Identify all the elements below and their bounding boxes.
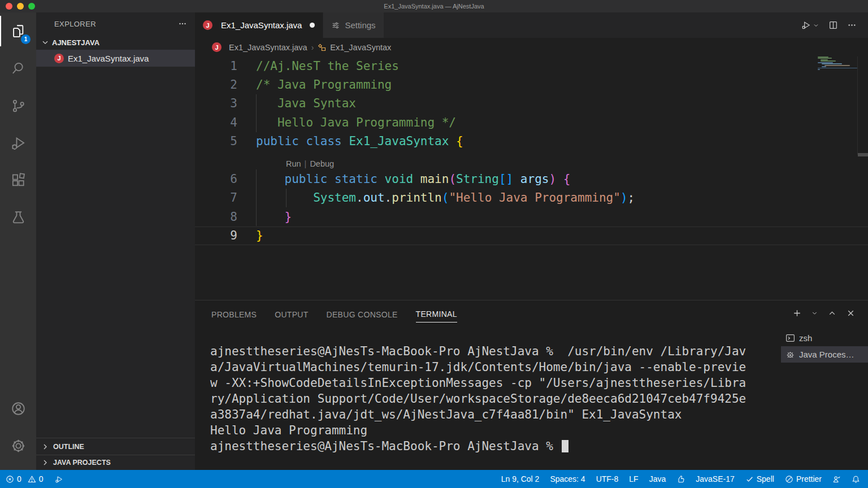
status-item-spaces-4[interactable]: Spaces: 4 xyxy=(550,474,585,483)
code-text: Java Syntax xyxy=(237,97,356,110)
tabs: JEx1_JavaSyntax.javaSettings xyxy=(195,12,384,38)
code-text: /* Java Programming xyxy=(237,78,392,91)
sidebar-item-explorer[interactable]: 1 xyxy=(0,12,36,50)
debug-status[interactable] xyxy=(55,475,63,483)
chevron-right-icon xyxy=(41,442,50,451)
status-item-feedback[interactable] xyxy=(832,475,841,483)
codelens: Run|Debug xyxy=(195,151,868,169)
breadcrumb-label: Ex1_JavaSyntax.java xyxy=(229,43,307,52)
indent-guide xyxy=(286,189,287,207)
panel-tab-debug-console[interactable]: DEBUG CONSOLE xyxy=(327,307,398,323)
settings-button[interactable] xyxy=(0,427,36,464)
code-line-3[interactable]: 3 Java Syntax xyxy=(195,94,868,113)
terminal-dropdown-icon[interactable] xyxy=(811,310,818,317)
code-line-5[interactable]: 5public class Ex1_JavaSyntax { xyxy=(195,132,868,151)
terminal-instance-label: Java Proces… xyxy=(799,350,854,359)
sidebar-item-search[interactable] xyxy=(0,50,36,87)
code-line-4[interactable]: 4 Hello Java Programming */ xyxy=(195,113,868,132)
code-line-2[interactable]: 2/* Java Programming xyxy=(195,75,868,94)
sidebar-item-extensions[interactable] xyxy=(0,162,36,199)
status-right: Ln 9, Col 2Spaces: 4UTF-8LFJavaJavaSE-17… xyxy=(501,474,868,483)
error-count: 0 xyxy=(17,474,21,483)
status-item-prettier[interactable]: Prettier xyxy=(785,474,822,483)
terminal-line: ajnesttheseries@AjNesTs-MacBook-Pro AjNe… xyxy=(210,343,780,359)
terminal-instance-zsh[interactable]: zsh xyxy=(781,330,868,346)
status-item-javase-17[interactable]: JavaSE-17 xyxy=(696,474,734,483)
status-bar: 0 0 Ln 9, Col 2Spaces: 4UTF-8LFJavaJavaS… xyxy=(0,470,868,488)
chevron-down-icon xyxy=(813,22,819,29)
section-java-projects[interactable]: JAVA PROJECTS xyxy=(36,455,195,470)
section-outline[interactable]: OUTLINE xyxy=(36,438,195,455)
explorer-more-actions[interactable] xyxy=(178,19,187,28)
maximize-panel-icon[interactable] xyxy=(827,308,837,318)
sidebar-item-testing[interactable] xyxy=(0,199,36,236)
breadcrumb-label: Ex1_JavaSyntax xyxy=(330,43,391,52)
scrollbar-track xyxy=(857,56,858,155)
problems-status[interactable]: 0 0 xyxy=(6,474,44,483)
terminal-line: w -XX:+ShowCodeDetailsInExceptionMessage… xyxy=(210,375,780,391)
terminal-output[interactable]: ajnesttheseries@AjNesTs-MacBook-Pro AjNe… xyxy=(210,328,780,470)
run-debug-icon xyxy=(10,135,27,151)
breadcrumb-item[interactable]: JEx1_JavaSyntax.java xyxy=(212,42,307,52)
terminal-instance-java-proces-[interactable]: Java Proces… xyxy=(781,346,868,363)
indent-guide xyxy=(256,94,257,132)
code-line-1[interactable]: 1//Aj.NesT the Series xyxy=(195,56,868,75)
class-symbol-icon xyxy=(318,43,327,52)
java-file-icon: J xyxy=(203,20,212,30)
tab-settings[interactable]: Settings xyxy=(323,12,383,38)
settings-sliders-icon xyxy=(331,21,340,30)
codelens-separator: | xyxy=(305,159,307,168)
status-item-lf[interactable]: LF xyxy=(629,474,638,483)
status-item-thumbsup[interactable] xyxy=(676,475,685,483)
code-line-7[interactable]: 7 System.out.println("Hello Java Program… xyxy=(195,189,868,207)
status-item-spell[interactable]: Spell xyxy=(745,474,774,483)
activity-bar-bottom xyxy=(0,390,36,470)
status-item-label: Ln 9, Col 2 xyxy=(501,474,540,483)
line-number: 7 xyxy=(195,191,237,204)
codelens-run-link[interactable]: Run xyxy=(286,159,301,168)
code-line-8[interactable]: 8 } xyxy=(195,207,868,226)
file-item-java[interactable]: J Ex1_JavaSyntax.java xyxy=(36,50,195,67)
code-editor[interactable]: 1//Aj.NesT the Series2/* Java Programmin… xyxy=(195,56,868,300)
status-item-label: Spaces: 4 xyxy=(550,474,585,483)
breadcrumb-separator: › xyxy=(311,43,314,52)
more-actions-icon[interactable] xyxy=(847,20,857,30)
codelens-debug-link[interactable]: Debug xyxy=(310,159,334,168)
code-text: } xyxy=(237,229,263,242)
code-line-9[interactable]: 9} xyxy=(195,226,868,245)
code-line-6[interactable]: 6 public static void main(String[] args)… xyxy=(195,169,868,188)
status-item-ln-9-col-2[interactable]: Ln 9, Col 2 xyxy=(501,474,540,483)
panel-tab-terminal[interactable]: TERMINAL xyxy=(416,306,457,323)
tab-ex1-javasyntax-java[interactable]: JEx1_JavaSyntax.java xyxy=(195,12,323,38)
minimize-window-icon[interactable] xyxy=(17,3,24,10)
line-number: 5 xyxy=(195,134,237,148)
status-item-bell[interactable] xyxy=(852,475,860,483)
section-outline-label: OUTLINE xyxy=(53,443,84,451)
close-window-icon[interactable] xyxy=(6,3,12,10)
explorer-title: EXPLORER xyxy=(54,20,96,28)
scrollbar-thumb[interactable] xyxy=(858,153,868,156)
minimap[interactable] xyxy=(818,56,863,71)
panel-tab-output[interactable]: OUTPUT xyxy=(275,307,308,323)
terminal-line: Hello Java Programming xyxy=(210,422,780,438)
run-or-debug-button[interactable] xyxy=(801,20,819,30)
folder-root[interactable]: AJNESTJAVA xyxy=(36,35,195,50)
account-button[interactable] xyxy=(0,390,36,427)
line-number: 9 xyxy=(195,229,237,242)
new-terminal-icon[interactable] xyxy=(792,308,802,318)
warning-count: 0 xyxy=(39,474,44,483)
panel-tab-problems[interactable]: PROBLEMS xyxy=(211,307,257,323)
vscode-window: Ex1_JavaSyntax.java — AjNestJava 1 xyxy=(0,0,868,488)
modified-dot-icon[interactable] xyxy=(310,23,315,28)
debug-run-icon xyxy=(55,475,63,483)
status-item-utf-8[interactable]: UTF-8 xyxy=(596,474,619,483)
breadcrumb-item[interactable]: Ex1_JavaSyntax xyxy=(318,43,391,52)
sidebar-item-run-debug[interactable] xyxy=(0,124,36,162)
sidebar-item-source-control[interactable] xyxy=(0,87,36,124)
split-editor-icon[interactable] xyxy=(828,20,838,30)
bug-icon xyxy=(785,350,795,359)
close-panel-icon[interactable] xyxy=(846,308,856,318)
status-item-java[interactable]: Java xyxy=(649,474,666,483)
zoom-window-icon[interactable] xyxy=(28,3,35,10)
explorer-badge: 1 xyxy=(21,34,31,44)
